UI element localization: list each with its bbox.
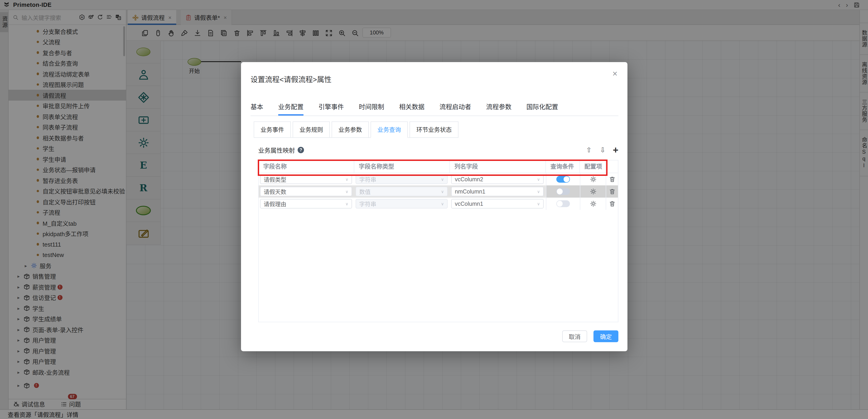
chevron-down-icon: ∨ [345, 177, 348, 181]
column-select[interactable]: nmColumn1∨ [451, 187, 544, 196]
column-header: 列名字段 [450, 160, 546, 173]
column-header: 配置项 [580, 160, 606, 173]
select-value: nmColumn1 [455, 188, 486, 194]
attribute-mapping-table: 字段名称字段名称类型列名字段查询条件配置项 请假类型∨字符串∨vcColumn2… [258, 160, 618, 322]
select-value: vcColumn1 [455, 201, 483, 207]
row-settings-icon[interactable] [590, 176, 596, 183]
dialog-subtab[interactable]: 业务事件 [254, 121, 291, 138]
close-icon[interactable]: × [613, 69, 618, 78]
chevron-down-icon: ∨ [537, 177, 540, 181]
dialog-tab[interactable]: 国际化配置 [526, 102, 558, 111]
select-cell: 请假天数∨ [259, 185, 354, 198]
confirm-button[interactable]: 确定 [593, 330, 618, 342]
chevron-down-icon: ∨ [537, 202, 540, 206]
delete-cell [606, 198, 618, 210]
dialog-tab[interactable]: 相关数据 [399, 102, 425, 111]
column-header-empty [606, 160, 618, 173]
field-select[interactable]: 请假天数∨ [260, 187, 352, 196]
chevron-down-icon: ∨ [345, 189, 348, 194]
help-icon[interactable]: ? [298, 147, 304, 153]
select-value: 请假理由 [264, 200, 286, 208]
dialog-tab[interactable]: 时间限制 [359, 102, 384, 111]
select-cell: vcColumn1∨ [450, 198, 546, 210]
config-cell [580, 198, 606, 210]
dialog-subtab[interactable]: 环节业务状态 [409, 121, 459, 138]
row-delete-icon[interactable] [609, 188, 615, 195]
chevron-down-icon: ∨ [345, 202, 348, 206]
dialog-title: 设置流程<请假流程>属性 [250, 73, 331, 84]
column-header: 字段名称 [259, 160, 354, 173]
chevron-down-icon: ∨ [441, 202, 444, 206]
dialog-subtab[interactable]: 业务查询 [371, 121, 408, 138]
toggle-knob [557, 188, 563, 194]
section-label: 业务属性映射 [258, 145, 295, 154]
process-properties-dialog: × 设置流程<请假流程>属性 基本业务配置引擎事件时间限制相关数据流程启动者流程… [241, 62, 627, 351]
select-value: vcColumn2 [455, 176, 483, 182]
select-value: 请假天数 [264, 187, 286, 196]
query-condition-toggle[interactable] [556, 188, 570, 195]
select-cell: 数值∨ [354, 185, 450, 198]
toggle-knob [564, 176, 569, 182]
add-row-icon[interactable]: + [613, 145, 618, 154]
delete-cell [606, 185, 618, 198]
column-header: 查询条件 [546, 160, 580, 173]
row-delete-icon[interactable] [609, 176, 615, 183]
move-up-icon[interactable]: ⇧ [586, 146, 592, 154]
config-cell [580, 173, 606, 185]
chevron-down-icon: ∨ [441, 177, 444, 181]
row-settings-icon[interactable] [590, 200, 596, 207]
select-cell: 请假类型∨ [259, 173, 354, 185]
select-cell: 请假理由∨ [259, 198, 354, 210]
table-row: 请假天数∨数值∨nmColumn1∨ [259, 185, 618, 198]
field-select[interactable]: 请假类型∨ [260, 175, 352, 184]
column-select[interactable]: vcColumn1∨ [451, 199, 544, 208]
type-select: 字符串∨ [355, 199, 447, 208]
type-select: 数值∨ [355, 187, 447, 196]
cancel-button[interactable]: 取消 [562, 330, 587, 342]
select-value: 请假类型 [264, 175, 286, 184]
move-down-icon[interactable]: ⇩ [600, 146, 606, 154]
column-select[interactable]: vcColumn2∨ [451, 175, 544, 184]
dialog-tab[interactable]: 业务配置 [278, 102, 304, 111]
select-cell: vcColumn2∨ [450, 173, 546, 185]
query-toggle-cell [546, 198, 580, 210]
table-row: 请假类型∨字符串∨vcColumn2∨ [259, 173, 618, 185]
row-settings-icon[interactable] [590, 188, 596, 195]
select-value: 字符串 [359, 200, 376, 208]
chevron-down-icon: ∨ [441, 189, 444, 194]
dialog-tab[interactable]: 引擎事件 [318, 102, 344, 111]
dialog-subtab[interactable]: 业务规则 [293, 121, 330, 138]
row-delete-icon[interactable] [609, 200, 615, 207]
select-cell: 字符串∨ [354, 198, 450, 210]
chevron-down-icon: ∨ [537, 189, 540, 194]
column-header: 字段名称类型 [354, 160, 450, 173]
toggle-knob [557, 201, 563, 207]
select-value: 字符串 [359, 175, 376, 184]
select-cell: nmColumn1∨ [450, 185, 546, 198]
select-cell: 字符串∨ [354, 173, 450, 185]
type-select: 字符串∨ [355, 175, 447, 184]
config-cell [580, 185, 606, 198]
tabs-divider [250, 115, 618, 116]
field-select[interactable]: 请假理由∨ [260, 199, 352, 208]
query-condition-toggle[interactable] [556, 176, 570, 183]
dialog-subtab[interactable]: 业务参数 [332, 121, 369, 138]
dialog-tab[interactable]: 流程参数 [486, 102, 512, 111]
query-condition-toggle[interactable] [556, 200, 570, 207]
dialog-tab[interactable]: 流程启动者 [439, 102, 471, 111]
select-value: 数值 [359, 187, 371, 196]
table-row: 请假理由∨字符串∨vcColumn1∨ [259, 198, 618, 210]
dialog-tab[interactable]: 基本 [250, 102, 263, 111]
query-toggle-cell [546, 173, 580, 185]
delete-cell [606, 173, 618, 185]
query-toggle-cell [546, 185, 580, 198]
